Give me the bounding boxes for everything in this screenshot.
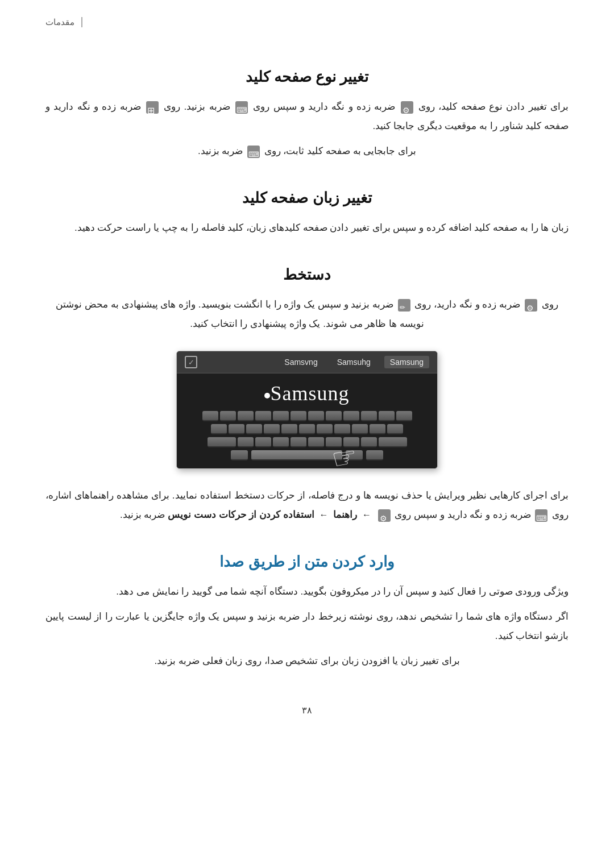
kbd-tab-samsung[interactable]: Samsung	[384, 356, 429, 368]
kbd-key	[238, 411, 254, 421]
kbd-key	[361, 411, 377, 421]
kbd-icon-1	[235, 101, 248, 114]
kbd-key	[202, 411, 218, 421]
gear-icon-1	[401, 101, 413, 114]
keyboard-demo: Samsung Samsuhg Samsvng ✓ Samsung	[176, 351, 438, 469]
kbd-row-2	[182, 424, 432, 434]
kbd-key	[220, 411, 236, 421]
kbd-key-backspace	[208, 437, 236, 447]
kbd-checkmark[interactable]: ✓	[185, 356, 197, 368]
page-number: ۳۸	[45, 705, 569, 727]
kbd-key	[308, 437, 324, 447]
gear-icon-2	[525, 299, 537, 312]
text-rahnamaa: راهنما	[333, 509, 357, 520]
breadcrumb: مقدمات	[45, 17, 82, 27]
kbd-icon-3	[535, 509, 547, 522]
kbd-key	[229, 424, 244, 434]
section-title-handwriting: دستخط	[45, 266, 569, 284]
kbd-word-display: Samsung	[182, 381, 432, 405]
section-body-keyboard-type-2: برای جابجایی به صفحه کلید ثابت، روی ضربه…	[45, 142, 569, 161]
kbd-tab-samsvng[interactable]: Samsvng	[279, 356, 323, 368]
section-body-keyboard-lang-1: زبان ها را به صفحه کلید اضافه کرده و سپس…	[45, 218, 569, 238]
kbd-key	[370, 424, 385, 434]
kbd-key	[291, 411, 306, 421]
section-body-voice-1: ویژگی ورودی صوتی را فعال کنید و سپس آن ر…	[45, 582, 569, 601]
kbd-key	[255, 437, 271, 447]
kbd-key	[299, 424, 315, 434]
kbd-key	[238, 437, 254, 447]
section-body-handwriting-1: روی ضربه زده و نگه دارید، روی ضربه بزنید…	[45, 295, 569, 334]
kbd-key-sym	[366, 450, 383, 460]
kbd-row-4	[182, 450, 432, 460]
kbd-key	[352, 424, 368, 434]
kbd-key	[273, 437, 289, 447]
kbd-spacebar	[251, 450, 342, 460]
kbd-key	[264, 424, 280, 434]
kbd-key	[246, 424, 262, 434]
kbd-row-3	[182, 437, 432, 447]
kbd-key	[326, 411, 342, 421]
kbd-key	[255, 411, 271, 421]
kbd-key	[308, 411, 324, 421]
kbd-key	[343, 411, 359, 421]
kbd-key	[281, 424, 297, 434]
kbd-key	[291, 437, 306, 447]
kbd-key-shift	[379, 437, 407, 447]
section-body-voice-2: اگر دستگاه واژه های شما را تشخیص ندهد، ر…	[45, 607, 569, 646]
section-body-keyboard-type-1: برای تغییر دادن نوع صفحه کلید، روی ضربه …	[45, 97, 569, 136]
gear-icon-3	[378, 509, 391, 522]
section-body-voice-3: برای تغییر زبان یا افزودن زبان برای تشخی…	[45, 651, 569, 671]
section-body-handwriting-2: برای اجرای کارهایی نظیر ویرایش یا حذف نو…	[45, 486, 569, 525]
kbd-tab-samsuhg[interactable]: Samsuhg	[331, 356, 376, 368]
kbd-key	[396, 411, 412, 421]
kbd-key	[211, 424, 227, 434]
kbd-suggestion-bar: Samsung Samsuhg Samsvng ✓	[177, 351, 437, 373]
arrow-icon-1: ←	[362, 510, 371, 520]
kbd-icon-2	[247, 146, 260, 158]
grid-icon-1	[146, 101, 159, 114]
kbd-key-enter	[231, 450, 248, 460]
kbd-key	[317, 424, 333, 434]
kbd-key	[273, 411, 289, 421]
section-title-voice: وارد کردن متن از طریق صدا	[45, 553, 569, 571]
pencil-icon-1	[398, 299, 410, 312]
kbd-row-1	[182, 411, 432, 421]
kbd-main-area: Samsung	[177, 373, 437, 468]
arrow-icon-2: ←	[320, 510, 329, 520]
kbd-key	[379, 411, 395, 421]
text-estefdeh: استفاده کردن از حرکات دست نویس	[168, 509, 314, 520]
kbd-key	[387, 424, 403, 434]
section-title-keyboard-type: تغییر نوع صفحه کلید	[45, 68, 569, 86]
kbd-key	[361, 437, 377, 447]
kbd-key	[334, 424, 350, 434]
section-title-keyboard-lang: تغییر زبان صفحه کلید	[45, 189, 569, 207]
